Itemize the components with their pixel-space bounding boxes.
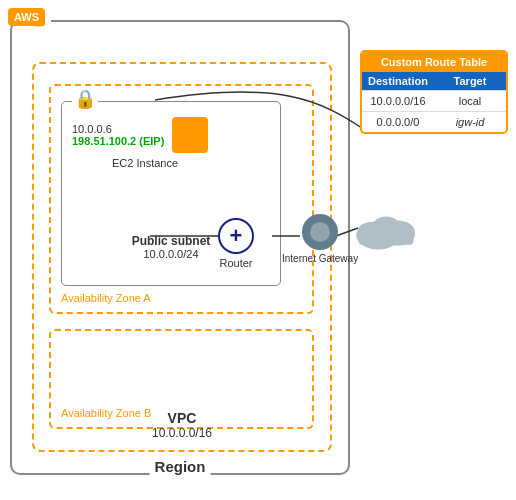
row1-destination: 10.0.0.0/16 (362, 91, 434, 111)
ec2-area: 10.0.0.6 198.51.100.2 (EIP) (72, 117, 208, 153)
ec2-label: EC2 Instance (112, 157, 178, 169)
cloud-icon (350, 200, 430, 255)
router-container: Router (218, 218, 254, 269)
igw-inner-icon (310, 222, 330, 242)
vpc-cidr: 10.0.0.0/16 (152, 426, 212, 440)
route-table-col-headers: Destination Target (362, 72, 506, 90)
subnet-cidr: 10.0.0.0/24 (132, 248, 211, 260)
subnet-label-area: Public subnet 10.0.0.0/24 (132, 234, 211, 260)
router-icon (218, 218, 254, 254)
igw-container: Internet Gateway (282, 214, 358, 264)
igw-icon (302, 214, 338, 250)
subnet-label: Public subnet (132, 234, 211, 248)
vpc-label: VPC (152, 410, 212, 426)
router-cross-icon (220, 220, 252, 252)
row2-target: igw-id (434, 112, 506, 132)
row2-destination: 0.0.0.0/0 (362, 112, 434, 132)
vpc-label-area: VPC 10.0.0.0/16 (152, 410, 212, 440)
col-destination: Destination (362, 72, 434, 90)
ec2-private-ip: 10.0.0.6 (72, 123, 164, 135)
ec2-ips: 10.0.0.6 198.51.100.2 (EIP) (72, 123, 164, 147)
row1-target: local (434, 91, 506, 111)
svg-rect-7 (359, 233, 414, 245)
table-row: 10.0.0.0/16 local (362, 90, 506, 111)
cloud-container (350, 200, 430, 259)
route-table: Custom Route Table Destination Target 10… (360, 50, 508, 134)
igw-label: Internet Gateway (282, 253, 358, 264)
region-label: Region (150, 458, 211, 475)
table-row: 0.0.0.0/0 igw-id (362, 111, 506, 132)
subnet-lock-icon: 🔒 (72, 88, 98, 110)
aws-badge: AWS (8, 8, 45, 26)
router-label: Router (219, 257, 252, 269)
az-b-label: Availability Zone B (61, 407, 151, 419)
ec2-eip: 198.51.100.2 (EIP) (72, 135, 164, 147)
route-table-title: Custom Route Table (362, 52, 506, 72)
az-a-box: Availability Zone A 🔒 10.0.0.6 198.51.10… (49, 84, 314, 314)
ec2-icon (172, 117, 208, 153)
col-target: Target (434, 72, 506, 90)
az-a-label: Availability Zone A (61, 292, 151, 304)
